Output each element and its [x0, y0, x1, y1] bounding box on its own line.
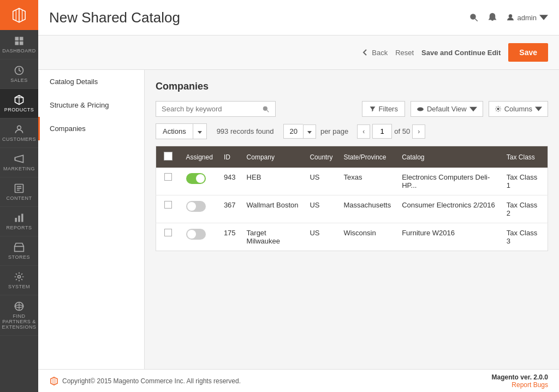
- svg-rect-13: [15, 246, 24, 251]
- filter-button[interactable]: Filters: [362, 101, 405, 117]
- section-title: Companies: [156, 81, 548, 92]
- svg-point-5: [17, 126, 21, 129]
- table-row: 943 HEB US Texas Electronics Computers D…: [156, 168, 548, 195]
- companies-table: Assigned ID Company Country State/Provin…: [156, 146, 548, 251]
- col-header-company[interactable]: Company: [241, 146, 305, 168]
- chevron-down-icon: [469, 105, 477, 113]
- footer-logo: Copyright© 2015 Magento Commerce Inc. Al…: [49, 376, 241, 386]
- sidebar-item-label: MARKETING: [3, 166, 35, 171]
- perpage-dropdown-button[interactable]: [303, 124, 316, 139]
- sidebar-item-label: SALES: [10, 78, 28, 83]
- row-assigned-cell: [181, 195, 218, 223]
- svg-line-18: [475, 19, 478, 21]
- sidebar-item-marketing[interactable]: MARKETING: [0, 148, 38, 177]
- report-bugs-link[interactable]: Report Bugs: [512, 381, 548, 389]
- row-taxclass-cell: Tax Class 3: [501, 223, 548, 251]
- svg-rect-11: [18, 216, 20, 222]
- eye-icon: [417, 105, 424, 113]
- footer: Copyright© 2015 Magento Commerce Inc. Al…: [38, 369, 559, 392]
- page-input[interactable]: [372, 124, 392, 139]
- sidebar-item-label: CUSTOMERS: [2, 136, 36, 142]
- page-next-button[interactable]: ›: [412, 124, 425, 139]
- select-all-checkbox[interactable]: [164, 152, 173, 161]
- search-input[interactable]: [162, 105, 259, 113]
- sidebar-item-content[interactable]: CONTENT: [0, 177, 38, 207]
- search-icon[interactable]: [262, 105, 270, 113]
- row-state-cell: Wisconsin: [338, 223, 396, 251]
- row-checkbox[interactable]: [164, 173, 172, 181]
- search-icon[interactable]: [469, 13, 479, 22]
- col-header-assigned[interactable]: Assigned: [181, 146, 218, 168]
- sidebar-item-customers[interactable]: CUSTOMERS: [0, 118, 38, 148]
- sidebar-item-dashboard[interactable]: DASHBOARD: [0, 30, 38, 60]
- sidebar-item-find-partners[interactable]: FIND PARTNERS & EXTENSIONS: [0, 295, 38, 336]
- col-header-checkbox: [156, 146, 181, 168]
- row-catalog-cell: Consumer Electronics 2/2016: [396, 195, 501, 223]
- svg-point-24: [419, 108, 421, 110]
- nav-item-companies[interactable]: Companies: [38, 117, 144, 140]
- col-header-taxclass[interactable]: Tax Class: [501, 146, 548, 168]
- row-checkbox-cell: [156, 168, 181, 195]
- svg-rect-12: [21, 214, 23, 222]
- svg-point-14: [18, 276, 21, 278]
- save-button[interactable]: Save: [508, 43, 548, 62]
- col-header-catalog[interactable]: Catalog: [396, 146, 501, 168]
- col-header-state[interactable]: State/Province: [338, 146, 396, 168]
- col-header-country[interactable]: Country: [304, 146, 338, 168]
- assigned-toggle[interactable]: [186, 201, 206, 212]
- main-content: New Shared Catalog admin Back Reset Save…: [38, 0, 559, 392]
- page-prev-button[interactable]: ‹: [357, 124, 370, 139]
- row-checkbox-cell: [156, 195, 181, 223]
- sidebar-item-system[interactable]: SYSTEM: [0, 266, 38, 295]
- table-row: 175 Target Milwaukee US Wisconsin Furnit…: [156, 223, 548, 251]
- row-company-cell: Wallmart Boston: [241, 195, 305, 223]
- svg-rect-1: [20, 37, 23, 41]
- sidebar-item-label: CONTENT: [7, 195, 32, 201]
- assigned-toggle[interactable]: [186, 229, 206, 240]
- actions-dropdown-button[interactable]: [193, 123, 207, 139]
- admin-user[interactable]: admin: [506, 13, 548, 22]
- actions-button[interactable]: Actions: [156, 123, 193, 139]
- row-checkbox[interactable]: [164, 229, 172, 236]
- save-continue-button[interactable]: Save and Continue Edit: [421, 49, 501, 57]
- columns-button[interactable]: Columns: [489, 101, 548, 117]
- col-header-id[interactable]: ID: [218, 146, 241, 168]
- sidebar-item-reports[interactable]: REPORTS: [0, 207, 38, 236]
- right-content: Companies Filters Default View: [145, 70, 559, 369]
- svg-point-17: [471, 14, 475, 19]
- filter-icon: [369, 105, 376, 112]
- pagination-bar: Actions 993 records found 20 per page ‹: [156, 123, 548, 139]
- body-area: Catalog Details Structure & Pricing Comp…: [38, 70, 559, 369]
- default-view-button[interactable]: Default View: [411, 101, 483, 117]
- chevron-down-icon: [307, 131, 312, 134]
- page-total: of 50: [394, 127, 410, 135]
- action-bar: Back Reset Save and Continue Edit Save: [38, 35, 559, 70]
- reset-button[interactable]: Reset: [395, 49, 414, 57]
- row-state-cell: Massachusetts: [338, 195, 396, 223]
- row-id-cell: 175: [218, 223, 241, 251]
- svg-rect-0: [15, 37, 19, 41]
- footer-copyright: Copyright© 2015 Magento Commerce Inc. Al…: [62, 377, 241, 385]
- nav-item-structure-pricing[interactable]: Structure & Pricing: [38, 93, 144, 117]
- svg-line-21: [267, 110, 269, 112]
- row-company-cell: HEB: [241, 168, 305, 195]
- row-catalog-cell: Electronics Computers Deli-HP...: [396, 168, 501, 195]
- row-id-cell: 943: [218, 168, 241, 195]
- assigned-toggle[interactable]: [186, 173, 206, 184]
- sidebar-item-sales[interactable]: SALES: [0, 60, 38, 89]
- notification-icon[interactable]: [487, 13, 497, 22]
- row-checkbox[interactable]: [164, 201, 172, 209]
- sidebar-item-label: REPORTS: [7, 225, 32, 230]
- svg-point-19: [509, 15, 512, 17]
- footer-right: Magento ver. 2.0.0 Report Bugs: [492, 373, 548, 389]
- back-button[interactable]: Back: [361, 49, 388, 57]
- sidebar-item-stores[interactable]: STORES: [0, 236, 38, 266]
- perpage-value: 20: [283, 124, 302, 139]
- search-filter-bar: Filters Default View Columns: [156, 101, 548, 117]
- sidebar-item-label: STORES: [8, 254, 30, 260]
- page-nav: ‹ of 50 ›: [357, 124, 425, 139]
- sidebar-item-products[interactable]: PRODUCTS: [0, 89, 38, 118]
- nav-item-catalog-details[interactable]: Catalog Details: [38, 70, 144, 93]
- sidebar-logo[interactable]: [0, 0, 38, 30]
- sidebar-item-label: DASHBOARD: [2, 48, 36, 54]
